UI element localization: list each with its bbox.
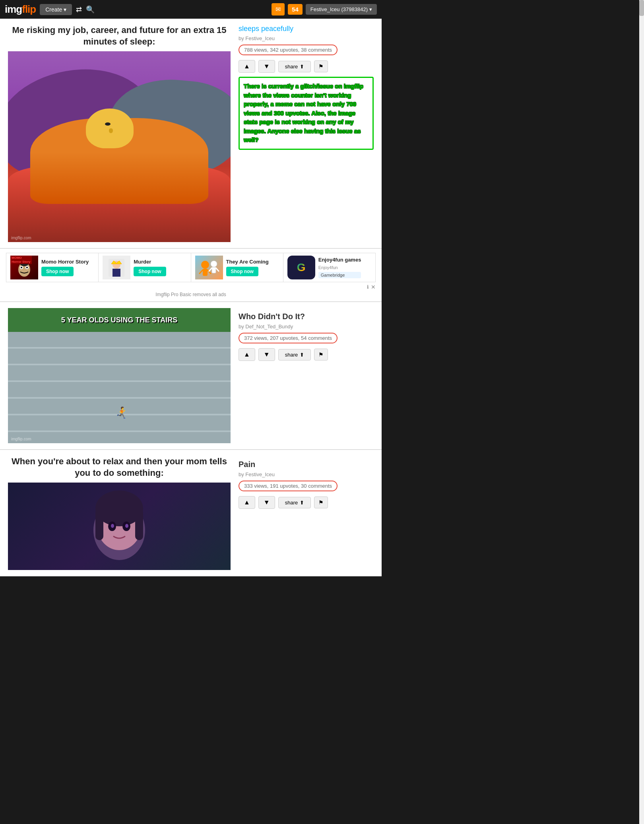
svg-rect-11: [203, 269, 208, 276]
glitch-text: There is currently a glitch/issue on img…: [244, 83, 363, 143]
meme-image-3[interactable]: [8, 483, 231, 570]
ad-footer: ℹ ✕: [6, 284, 376, 290]
svg-rect-8: [113, 269, 120, 277]
logo[interactable]: imgflip: [5, 3, 36, 16]
ad-content-murder: Murder Shop now: [134, 259, 166, 277]
mail-button[interactable]: ✉: [272, 3, 285, 16]
post-card-3: When you're about to relax and then your…: [0, 450, 382, 576]
upvote-button-1[interactable]: ▲: [239, 60, 255, 73]
vote-row-2: ▲ ▼ share ⬆ ⚑: [239, 348, 374, 361]
share-label-3: share: [285, 500, 298, 506]
share-icon-1: ⬆: [300, 64, 304, 70]
ad-thumb-enjoy: G: [287, 256, 315, 279]
they-coming-icon: [197, 257, 221, 279]
post-left-1: Me risking my job, career, and future fo…: [8, 25, 231, 242]
post-right-1: sleeps peacefully by Festive_Iceu 788 vi…: [239, 25, 374, 242]
ad-item-murder: Murder Shop now: [99, 253, 191, 282]
post-card-1: Me risking my job, career, and future fo…: [0, 19, 382, 248]
post-stats-1: 788 views, 342 upvotes, 38 comments: [239, 45, 338, 55]
svg-point-25: [111, 524, 114, 528]
ad-title-murder: Murder: [134, 259, 166, 265]
ad-shop-they[interactable]: Shop now: [226, 267, 258, 276]
ad-shop-murder[interactable]: Shop now: [134, 267, 166, 276]
svg-line-12: [200, 270, 203, 273]
meme-right-title-2: Who Didn't Do It?: [239, 312, 374, 321]
ad-brand-enjoy: Gamebridge: [318, 272, 361, 278]
post-left-2: 5 YEAR OLDS USING THE STAIRS 🏃 imgflip.c…: [8, 308, 231, 443]
svg-point-4: [26, 267, 28, 268]
ad-thumb-murder: [103, 256, 130, 279]
downvote-button-1[interactable]: ▼: [258, 60, 275, 73]
ad-thumb-momo: MOMOHorror Story: [10, 256, 38, 279]
upvote-button-3[interactable]: ▲: [239, 496, 255, 509]
username-label: Festive_Iceu: [310, 6, 340, 12]
watermark-1: imgflip.com: [11, 236, 31, 240]
search-icon[interactable]: 🔍: [86, 5, 95, 14]
ad-info-icon[interactable]: ℹ: [367, 284, 369, 290]
homer-head: [86, 109, 134, 148]
murder-icon: [107, 257, 126, 279]
meme-image-1[interactable]: imgflip.com: [8, 51, 231, 242]
glitch-notice: There is currently a glitch/issue on img…: [239, 77, 374, 150]
ad-thumb-they: [195, 256, 223, 279]
username-button[interactable]: Festive_Iceu (37983842) ▾: [306, 4, 377, 15]
stairs-lanes: 🏃: [8, 332, 231, 443]
ad-title-enjoy: Enjoy4fun games: [318, 257, 361, 263]
ad-item-they: They Are Coming Shop now: [191, 253, 283, 282]
svg-rect-21: [95, 508, 103, 540]
post-stats-3: 333 views, 191 upvotes, 30 comments: [239, 481, 338, 491]
post-stats-2: 372 views, 207 upvotes, 54 comments: [239, 333, 338, 343]
downvote-button-3[interactable]: ▼: [258, 496, 275, 509]
post-right-3: Pain by Festive_Iceu 333 views, 191 upvo…: [239, 456, 374, 570]
post-title-3: When you're about to relax and then your…: [8, 456, 231, 479]
ad-content-momo: Momo Horror Story Shop now: [41, 259, 89, 277]
post-author-2: by Def_Not_Ted_Bundy: [239, 324, 374, 330]
share-button-3[interactable]: share ⬆: [278, 497, 311, 508]
stairs-title-bg: 5 YEAR OLDS USING THE STAIRS: [8, 308, 231, 332]
share-icon-2: ⬆: [300, 352, 304, 358]
svg-point-26: [125, 524, 128, 528]
create-label: Create ▾: [45, 6, 66, 13]
watermark-2: imgflip.com: [11, 437, 31, 441]
ad-shop-momo[interactable]: Shop now: [41, 267, 74, 276]
header-right: ✉ 54 Festive_Iceu (37983842) ▾: [272, 3, 377, 16]
svg-rect-15: [212, 267, 216, 273]
flag-button-3[interactable]: ⚑: [314, 496, 328, 508]
notification-count[interactable]: 54: [288, 4, 303, 15]
momo-label: MOMOHorror Story: [10, 256, 32, 264]
ad-row: MOMOHorror Story Momo Horror Story Shop …: [6, 253, 376, 282]
pro-note: Imgflip Pro Basic removes all ads: [6, 292, 376, 297]
post-title-1: Me risking my job, career, and future fo…: [8, 25, 231, 47]
ad-content-enjoy: Enjoy4fun games Enjoy4fun Gamebridge: [318, 257, 361, 278]
vote-row-1: ▲ ▼ share ⬆ ⚑: [239, 60, 374, 73]
content-area: Me risking my job, career, and future fo…: [0, 19, 382, 576]
logo-flip: flip: [22, 3, 36, 15]
homer-nose: [109, 128, 113, 133]
upvote-button-2[interactable]: ▲: [239, 348, 255, 361]
ad-title-they: They Are Coming: [226, 259, 269, 265]
svg-line-16: [209, 268, 212, 271]
shuffle-icon[interactable]: ⇄: [76, 5, 82, 14]
relax-face-svg: [83, 487, 155, 566]
ad-close-icon[interactable]: ✕: [371, 284, 376, 290]
flag-button-2[interactable]: ⚑: [314, 349, 328, 361]
ad-subtitle-enjoy: Enjoy4fun: [318, 265, 361, 270]
logo-img: img: [5, 3, 22, 15]
flag-button-1[interactable]: ⚑: [314, 60, 328, 72]
share-button-2[interactable]: share ⬆: [278, 349, 311, 361]
homer-eye: [105, 122, 111, 126]
mail-icon: ✉: [275, 6, 281, 13]
svg-point-14: [211, 261, 217, 267]
ad-item-enjoy: G Enjoy4fun games Enjoy4fun Gamebridge: [283, 253, 375, 282]
post-author-3: by Festive_Iceu: [239, 471, 374, 477]
ad-content-they: They Are Coming Shop now: [226, 259, 269, 277]
share-button-1[interactable]: share ⬆: [278, 61, 311, 72]
dropdown-arrow-icon: ▾: [369, 6, 372, 12]
user-id-label: (37983842): [341, 6, 368, 12]
downvote-button-2[interactable]: ▼: [258, 348, 275, 361]
create-button[interactable]: Create ▾: [40, 4, 72, 15]
relax-content: [8, 483, 231, 570]
post-left-3: When you're about to relax and then your…: [8, 456, 231, 570]
meme-image-2[interactable]: 5 YEAR OLDS USING THE STAIRS 🏃 imgflip.c…: [8, 308, 231, 443]
stairs-title-text: 5 YEAR OLDS USING THE STAIRS: [61, 316, 177, 324]
